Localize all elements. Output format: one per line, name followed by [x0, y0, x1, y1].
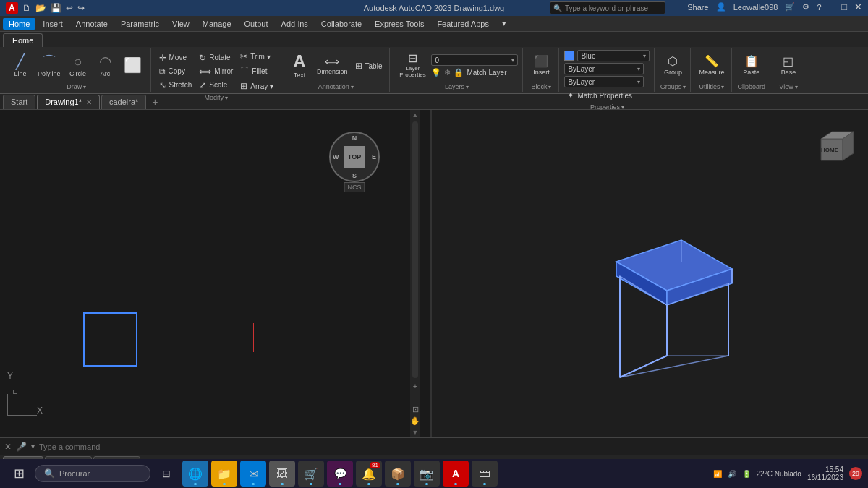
taskbar-app-dropbox[interactable]: 📦 — [385, 461, 411, 487]
start-button[interactable]: ⊞ — [6, 461, 32, 487]
menu-annotate[interactable]: Annotate — [70, 18, 114, 30]
layer-lock-icon[interactable]: 🔒 — [454, 68, 464, 77]
color-selector[interactable]: Blue ▾ — [577, 50, 650, 61]
text-button[interactable]: A Text — [286, 50, 312, 82]
utilities-dropdown-icon[interactable]: ▾ — [721, 84, 724, 90]
open-icon[interactable]: 📂 — [35, 3, 46, 13]
taskbar-app-slack[interactable]: 💬 — [327, 461, 353, 487]
polyline-button[interactable]: ⌒ Polyline — [35, 50, 64, 82]
menu-collaborate[interactable]: Collaborate — [315, 18, 367, 30]
scroll-track[interactable] — [412, 121, 418, 378]
group-button[interactable]: ⬡ Group — [660, 50, 686, 82]
taskbar-app-explorer[interactable]: 📁 — [211, 461, 237, 487]
cmd-mic-icon[interactable]: 🎤 — [16, 442, 27, 452]
cmd-close-icon[interactable]: ✕ — [4, 442, 12, 452]
maximize-button[interactable]: □ — [841, 1, 847, 12]
taskbar-app-autocad[interactable]: A — [443, 461, 469, 487]
menu-home[interactable]: Home — [3, 18, 35, 30]
layers-dropdown-icon[interactable]: ▾ — [466, 84, 469, 90]
measure-button[interactable]: 📏 Measure — [696, 50, 727, 82]
tab-home[interactable]: Home — [3, 33, 43, 47]
taskbar-app-filezilla[interactable]: 🗃 — [472, 461, 498, 487]
stretch-button[interactable]: ⤡ Stretch — [156, 79, 195, 92]
task-view-button[interactable]: ⊟ — [153, 461, 179, 487]
taskbar-clock[interactable]: 15:54 16/11/2023 — [807, 466, 843, 481]
share-button[interactable]: Share — [687, 3, 708, 12]
taskbar-app-photos[interactable]: 🖼 — [269, 461, 295, 487]
move-button[interactable]: ✛ Move — [156, 51, 195, 64]
taskbar-app-edge[interactable]: 🌐 — [182, 461, 208, 487]
taskbar-app-msg[interactable]: 🔔 81 — [356, 461, 382, 487]
rotate-button[interactable]: ↻ Rotate — [196, 51, 236, 64]
copy-button[interactable]: ⧉ Copy — [156, 65, 195, 78]
undo-icon[interactable]: ↩ — [66, 3, 73, 13]
viewcube[interactable]: HOME — [807, 124, 854, 171]
lineweight-selector[interactable]: ByLayer ▾ — [564, 76, 644, 87]
menu-more[interactable]: ▾ — [496, 17, 512, 30]
scroll-up-button[interactable]: ▲ — [410, 110, 420, 120]
base-button[interactable]: ◱ Base — [775, 50, 801, 82]
tab-drawing1-close[interactable]: ✕ — [86, 98, 92, 106]
table-button[interactable]: ⊞ Table — [352, 59, 386, 72]
save-icon[interactable]: 💾 — [51, 3, 61, 13]
match-layer-button[interactable]: Match Layer — [467, 69, 506, 77]
zoom-out-button[interactable]: − — [410, 393, 420, 403]
view-dropdown-icon[interactable]: ▾ — [795, 84, 798, 90]
menu-parametric[interactable]: Parametric — [115, 18, 165, 30]
notification-badge[interactable]: 29 — [849, 467, 862, 480]
taskbar-search[interactable]: 🔍 Procurar — [35, 465, 150, 482]
search-bar[interactable]: 🔍 Type a keyword or phrase — [550, 1, 665, 14]
annotation-dropdown-icon[interactable]: ▾ — [351, 84, 354, 90]
circle-button[interactable]: ○ Circle — [65, 50, 91, 82]
taskbar-app-camera[interactable]: 📷 — [414, 461, 440, 487]
new-tab-button[interactable]: + — [148, 95, 162, 109]
help-icon[interactable]: ? — [817, 3, 821, 12]
new-icon[interactable]: 🗋 — [22, 3, 31, 13]
minimize-button[interactable]: − — [829, 1, 835, 12]
tab-start[interactable]: Start — [3, 95, 35, 109]
modify-dropdown-icon[interactable]: ▾ — [225, 95, 228, 101]
mirror-button[interactable]: ⟺ Mirror — [196, 65, 236, 78]
match-properties-button[interactable]: ✦ Match Properties — [564, 89, 635, 102]
paste-button[interactable]: 📋 Paste — [739, 50, 765, 82]
array-button[interactable]: ⊞ Array ▾ — [237, 80, 276, 93]
layer-off-icon[interactable]: 💡 — [431, 68, 441, 77]
taskbar-app-store[interactable]: 🛒 — [298, 461, 324, 487]
zoom-extents-button[interactable]: ⊡ — [410, 404, 420, 414]
compass-center[interactable]: TOP — [344, 146, 365, 168]
arc-button[interactable]: ◠ Arc — [93, 50, 119, 82]
tab-drawing1[interactable]: Drawing1* ✕ — [37, 95, 100, 109]
draw-dropdown-icon[interactable]: ▾ — [83, 84, 86, 90]
cmd-dropdown-icon[interactable]: ▾ — [31, 442, 35, 450]
dimension-button[interactable]: ⟺ Dimension — [314, 50, 351, 82]
menu-view[interactable]: View — [166, 18, 195, 30]
layer-properties-button[interactable]: ⊟ Layer Properties — [395, 50, 430, 82]
settings-icon[interactable]: ⚙ — [802, 2, 809, 12]
block-dropdown-icon[interactable]: ▾ — [548, 84, 551, 90]
rect-button[interactable]: ⬜ — [120, 50, 146, 82]
command-input[interactable] — [39, 442, 864, 451]
menu-addins[interactable]: Add-ins — [276, 18, 314, 30]
menu-featuredapps[interactable]: Featured Apps — [431, 18, 495, 30]
redo-icon[interactable]: ↪ — [77, 3, 85, 13]
taskbar-app-mail[interactable]: ✉ — [240, 461, 266, 487]
taskbar-battery-icon[interactable]: 🔋 — [742, 470, 751, 478]
menu-output[interactable]: Output — [239, 18, 274, 30]
close-button[interactable]: ✕ — [854, 1, 862, 12]
zoom-in-button[interactable]: + — [410, 381, 420, 391]
fillet-button[interactable]: ⌒ Fillet — [237, 64, 276, 79]
taskbar-wifi-icon[interactable]: 📶 — [713, 470, 722, 478]
linetype-selector[interactable]: ByLayer ▾ — [564, 63, 644, 74]
pan-button[interactable]: ✋ — [410, 416, 420, 426]
insert-button[interactable]: ⬛ Insert — [528, 50, 554, 82]
menu-expresstools[interactable]: Express Tools — [369, 18, 430, 30]
layer-selector[interactable]: 0 ▾ — [431, 54, 518, 66]
trim-button[interactable]: ✂ Trim ▾ — [237, 50, 276, 63]
scale-button[interactable]: ⤢ Scale — [196, 79, 236, 92]
menu-manage[interactable]: Manage — [197, 18, 237, 30]
layer-freeze-icon[interactable]: ❄ — [444, 68, 451, 77]
store-icon[interactable]: 🛒 — [785, 2, 795, 12]
viewport-left[interactable]: N S E W TOP NCS Y X ▲ — [0, 110, 432, 437]
scroll-down-button[interactable]: ▼ — [410, 427, 420, 437]
vertical-scrollbar[interactable]: ▲ + − ⊡ ✋ ▼ — [410, 110, 420, 437]
